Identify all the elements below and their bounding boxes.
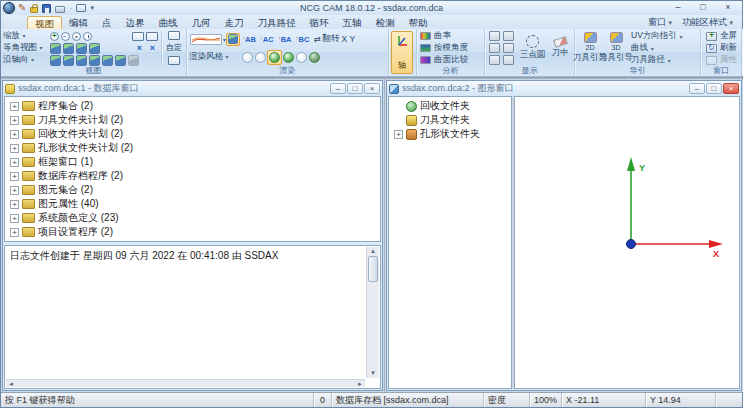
gfx-maximize-button[interactable]: □ xyxy=(706,83,722,94)
fullscreen-button[interactable]: 全屏 xyxy=(706,30,739,42)
app-orb-icon[interactable] xyxy=(3,2,15,14)
save-icon[interactable] xyxy=(42,4,51,13)
iso-view-icon[interactable] xyxy=(76,43,87,54)
render-style-translucent-icon[interactable] xyxy=(296,52,307,63)
minimize-button[interactable]: – xyxy=(666,2,690,14)
tab-inspect[interactable]: 检测 xyxy=(369,16,402,29)
scroll-left-icon[interactable]: ◄ xyxy=(8,381,14,387)
tree-item[interactable]: +图元集合 (2) xyxy=(5,183,380,197)
tree-item-tool-folder[interactable]: 刀具文件夹 xyxy=(389,113,511,127)
custom-view-button[interactable]: 自定 xyxy=(164,30,184,66)
render-style-shaded-button[interactable] xyxy=(267,50,282,65)
print-icon[interactable] xyxy=(55,6,65,13)
tree-item[interactable]: +孔形状文件夹计划 (2) xyxy=(5,141,380,155)
expander-icon[interactable]: + xyxy=(10,214,19,223)
surface-compare-button[interactable]: 曲面比较 xyxy=(420,54,482,66)
edit-icon[interactable]: ✎ xyxy=(18,3,26,13)
tab-view[interactable]: 视图 xyxy=(27,16,62,29)
expander-icon[interactable]: + xyxy=(10,172,19,181)
tab-geometry[interactable]: 几何 xyxy=(185,16,218,29)
view-ac-button[interactable]: AC xyxy=(258,35,276,44)
view-ba-button[interactable]: BA xyxy=(276,35,294,44)
display-option-icon[interactable] xyxy=(503,31,514,41)
db-close-button[interactable]: × xyxy=(364,83,380,94)
db-minimize-button[interactable]: – xyxy=(330,83,346,94)
display-option-icon[interactable] xyxy=(503,55,514,65)
axis-view-icon[interactable] xyxy=(63,55,74,66)
iso-view-icon[interactable] xyxy=(63,43,74,54)
display-option-icon[interactable] xyxy=(503,43,514,53)
tab-boundary[interactable]: 边界 xyxy=(119,16,152,29)
axis-view-icon[interactable] xyxy=(89,55,100,66)
tab-edit[interactable]: 编辑 xyxy=(62,16,95,29)
refresh-button[interactable]: 刷新 xyxy=(706,42,739,54)
scroll-right-icon[interactable]: ► xyxy=(357,381,363,387)
gfx-close-button[interactable]: × xyxy=(723,83,739,94)
tree-item[interactable]: +数据库存档程序 (2) xyxy=(5,169,380,183)
render-preview[interactable] xyxy=(190,34,222,45)
render-mode-button[interactable] xyxy=(226,33,240,46)
iso-view-dropdown[interactable]: 等角视图 ▾ xyxy=(3,42,49,54)
close-button[interactable]: × xyxy=(716,2,740,14)
axis-view-icon[interactable] xyxy=(102,55,113,66)
display-option-icon[interactable] xyxy=(489,43,500,53)
expander-icon[interactable]: + xyxy=(10,200,19,209)
expander-icon[interactable]: + xyxy=(10,228,19,237)
zoom-previous-icon[interactable] xyxy=(83,32,92,41)
viewport-icon[interactable] xyxy=(132,32,144,41)
flip-xy-label[interactable]: X Y xyxy=(342,34,356,44)
tree-item[interactable]: +程序集合 (2) xyxy=(5,99,380,113)
tool-middle-button[interactable]: 刀中 xyxy=(548,38,572,59)
ribbon-style-menu[interactable]: 功能区样式 ▾ xyxy=(677,16,738,29)
iso-view-icon[interactable] xyxy=(50,43,61,54)
expander-icon[interactable]: + xyxy=(10,130,19,139)
tab-passes[interactable]: 走刀 xyxy=(218,16,251,29)
draft-angle-button[interactable]: 按模角度 xyxy=(420,42,482,54)
expander-icon[interactable]: + xyxy=(10,158,19,167)
viewport-split-icon[interactable] xyxy=(146,32,158,41)
tree-item[interactable]: +项目设置程序 (2) xyxy=(5,225,380,239)
tab-fiveaxis[interactable]: 五轴 xyxy=(336,16,369,29)
gfx-minimize-button[interactable]: – xyxy=(689,83,705,94)
along-axis-dropdown[interactable]: 沿轴向 ▾ xyxy=(3,54,49,66)
zoom-selected-icon[interactable] xyxy=(72,32,81,41)
log-vertical-scrollbar[interactable]: ▲ ▼ xyxy=(366,247,379,378)
tab-help[interactable]: 帮助 xyxy=(402,16,435,29)
axis-view-icon[interactable] xyxy=(128,55,139,66)
graphics-canvas[interactable]: Y X xyxy=(514,96,740,389)
zoom-out-icon[interactable] xyxy=(61,32,70,41)
axis-view-icon[interactable] xyxy=(115,55,126,66)
tree-item[interactable]: +框架窗口 (1) xyxy=(5,155,380,169)
display-option-icon[interactable] xyxy=(489,31,500,41)
render-style-hidden-icon[interactable] xyxy=(255,52,266,63)
graphics-window-titlebar[interactable]: ssdax.com.dca:2 - 图形窗口 – □ × xyxy=(387,81,741,96)
zoom-window-icon[interactable]: × xyxy=(147,43,158,53)
axis-button[interactable]: 轴 xyxy=(391,31,413,74)
render-style-dropdown[interactable]: 渲染风格 ▾ xyxy=(189,51,241,63)
display-option-icon[interactable] xyxy=(489,55,500,65)
curve-guide-dropdown[interactable]: 曲线 ▾ xyxy=(631,42,698,54)
expander-icon[interactable]: + xyxy=(10,116,19,125)
render-style-shaded-edges-icon[interactable] xyxy=(283,52,294,63)
zoom-in-icon[interactable] xyxy=(50,32,59,41)
iso-view-icon[interactable] xyxy=(89,43,100,54)
curvature-button[interactable]: 曲率 xyxy=(420,30,482,42)
tree-item[interactable]: +图元属性 (40) xyxy=(5,197,380,211)
tab-curve[interactable]: 曲线 xyxy=(152,16,185,29)
axis-view-icon[interactable] xyxy=(76,55,87,66)
expander-icon[interactable]: + xyxy=(394,130,403,139)
tab-point[interactable]: 点 xyxy=(95,16,119,29)
scroll-down-icon[interactable]: ▼ xyxy=(370,369,376,378)
zoom-extents-icon[interactable]: × xyxy=(134,43,145,53)
properties-button[interactable]: 属性 xyxy=(706,54,739,66)
qat-dropdown-icon[interactable]: ▾ xyxy=(90,4,94,12)
scroll-up-icon[interactable]: ▲ xyxy=(370,247,376,256)
expander-icon[interactable]: + xyxy=(10,102,19,111)
expander-icon[interactable]: + xyxy=(10,186,19,195)
window-menu[interactable]: 窗口 ▾ xyxy=(643,16,677,29)
tree-item-hole-folder[interactable]: +孔形状文件夹 xyxy=(389,127,511,141)
three-point-circle-button[interactable]: 三点圆 xyxy=(517,35,548,61)
scrollbar-thumb[interactable] xyxy=(368,256,378,282)
flip-label[interactable]: 翻转 xyxy=(323,33,340,45)
maximize-button[interactable]: □ xyxy=(691,2,715,14)
